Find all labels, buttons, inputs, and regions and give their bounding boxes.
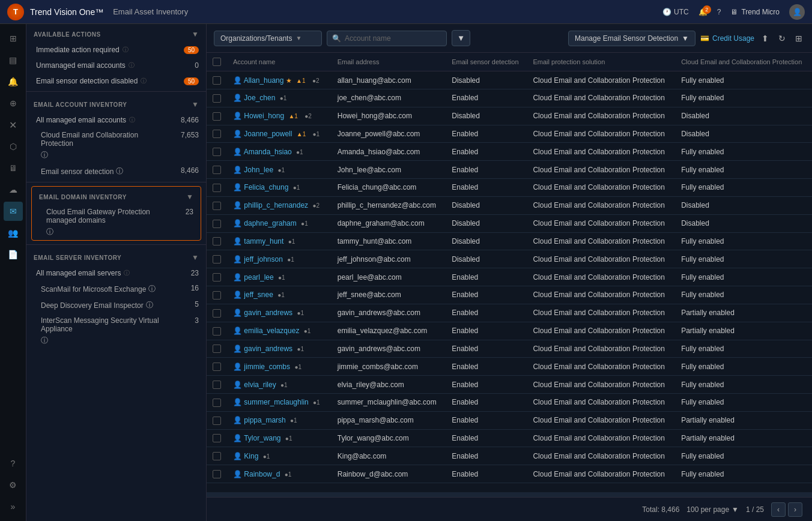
- refresh-icon[interactable]: ↻: [776, 31, 788, 46]
- row-checkbox[interactable]: [207, 232, 227, 250]
- nav-search-icon[interactable]: ⊕: [4, 94, 23, 113]
- account-name-link[interactable]: daphne_graham: [244, 219, 296, 227]
- row-checkbox[interactable]: [207, 71, 227, 89]
- email-domain-collapse-icon[interactable]: ▼: [186, 193, 193, 201]
- account-name-link[interactable]: Joanne_powell: [244, 130, 292, 138]
- account-name-link[interactable]: pippa_marsh: [244, 416, 285, 424]
- row-checkbox[interactable]: [207, 125, 227, 143]
- row-checkbox[interactable]: [207, 286, 227, 304]
- row-checkbox[interactable]: [207, 304, 227, 322]
- sidebar-item-immediate[interactable]: Immediate action required ⓘ 50: [26, 42, 206, 58]
- account-name-link[interactable]: phillip_c_hernandez: [244, 201, 308, 209]
- sidebar-item-sensor-detection[interactable]: Email sensor detection ⓘ 8,466: [26, 163, 206, 179]
- protection-solution-header[interactable]: Email protection solution: [527, 53, 675, 71]
- select-all-header[interactable]: [207, 53, 227, 71]
- account-name-link[interactable]: gavin_andrews: [244, 345, 292, 353]
- row-checkbox[interactable]: [207, 143, 227, 161]
- sidebar-item-unmanaged[interactable]: Unmanaged email accounts ⓘ 0: [26, 58, 206, 73]
- row-checkbox[interactable]: [207, 89, 227, 107]
- sidebar-item-gateway[interactable]: Cloud Email Gateway Protection managed d…: [32, 205, 201, 240]
- account-name-link[interactable]: Amanda_hsiao: [244, 148, 292, 156]
- manage-email-sensor-button[interactable]: Manage Email Sensor Detection ▼: [568, 31, 695, 46]
- row-checkbox[interactable]: [207, 179, 227, 197]
- next-page-button[interactable]: ›: [788, 502, 802, 517]
- sidebar-item-sensor-disabled[interactable]: Email sensor detection disabled ⓘ 50: [26, 73, 206, 89]
- nav-network-icon[interactable]: ⬡: [4, 137, 23, 156]
- row-checkbox[interactable]: [207, 322, 227, 340]
- cloud-protection-header[interactable]: Cloud Email and Collaboration Protection: [675, 53, 812, 71]
- utc-widget[interactable]: 🕐 UTC: [662, 8, 689, 16]
- account-name-link[interactable]: pearl_lee: [244, 273, 273, 282]
- notifications-bell[interactable]: 🔔 2: [698, 8, 707, 16]
- account-name-link[interactable]: Howei_hong: [244, 112, 284, 120]
- nav-home-icon[interactable]: ⊞: [4, 29, 23, 48]
- email-server-collapse-icon[interactable]: ▼: [192, 253, 199, 262]
- credit-usage-button[interactable]: 💳 Credit Usage: [700, 34, 754, 43]
- row-checkbox[interactable]: [207, 250, 227, 268]
- row-checkbox[interactable]: [207, 107, 227, 125]
- section-collapse-icon[interactable]: ▼: [192, 30, 199, 38]
- account-name-link[interactable]: Rainbow_d: [244, 470, 280, 478]
- account-search-box[interactable]: 🔍: [327, 31, 447, 46]
- nav-reports-icon[interactable]: 📄: [4, 245, 23, 264]
- sidebar-item-interscan[interactable]: InterScan Messaging Security Virtual App…: [26, 313, 206, 349]
- account-name-link[interactable]: King: [244, 452, 258, 460]
- nav-identity-icon[interactable]: 👥: [4, 223, 23, 242]
- account-name-link[interactable]: jimmie_combs: [244, 363, 290, 371]
- account-name-link[interactable]: gavin_andrews: [244, 309, 292, 317]
- sidebar-item-deep-discovery[interactable]: Deep Discovery Email Inspector ⓘ 5: [26, 297, 206, 313]
- org-tenants-filter[interactable]: Organizations/Tenants ▼: [214, 31, 322, 46]
- nav-help-icon[interactable]: ?: [4, 454, 23, 473]
- user-avatar[interactable]: 👤: [789, 4, 805, 20]
- row-checkbox[interactable]: [207, 394, 227, 412]
- row-checkbox[interactable]: [207, 376, 227, 394]
- nav-email-icon[interactable]: ✉: [4, 202, 23, 221]
- row-checkbox[interactable]: [207, 196, 227, 214]
- nav-settings-icon[interactable]: ⚙: [4, 475, 23, 495]
- row-checkbox[interactable]: [207, 340, 227, 358]
- sidebar-item-all-servers[interactable]: All managed email servers ⓘ 23: [26, 265, 206, 281]
- row-checkbox[interactable]: [207, 214, 227, 232]
- filter-button[interactable]: ▼: [452, 30, 470, 46]
- prev-page-button[interactable]: ‹: [771, 502, 786, 517]
- row-checkbox[interactable]: [207, 411, 227, 429]
- sensor-disabled-count: 50: [184, 77, 199, 85]
- row-account-name: 👤 Joanne_powell ▲1 ●1: [227, 125, 332, 143]
- sensor-detection-header[interactable]: Email sensor detection: [446, 53, 527, 71]
- per-page-selector[interactable]: 100 per page ▼: [686, 505, 739, 514]
- account-name-header[interactable]: Account name: [227, 53, 332, 71]
- row-checkbox[interactable]: [207, 447, 227, 465]
- email-address-header[interactable]: Email address: [332, 53, 446, 71]
- row-checkbox[interactable]: [207, 358, 227, 376]
- sidebar-item-all-managed[interactable]: All managed email accounts ⓘ 8,466: [26, 112, 206, 128]
- columns-icon[interactable]: ⊞: [793, 31, 805, 46]
- account-name-link[interactable]: jeff_snee: [244, 291, 273, 299]
- help-icon[interactable]: ?: [717, 8, 721, 16]
- account-name-link[interactable]: John_lee: [244, 166, 273, 174]
- row-checkbox[interactable]: [207, 465, 227, 483]
- row-checkbox[interactable]: [207, 429, 227, 447]
- account-name-link[interactable]: tammy_hunt: [244, 237, 283, 245]
- nav-dashboard-icon[interactable]: ▤: [4, 50, 23, 70]
- table-scrollbar[interactable]: [207, 492, 812, 497]
- export-icon[interactable]: ⬆: [759, 31, 771, 46]
- nav-endpoint-icon[interactable]: 🖥: [4, 158, 23, 178]
- nav-expand-icon[interactable]: »: [4, 497, 23, 516]
- account-name-link[interactable]: emilia_velazquez: [244, 327, 299, 335]
- account-name-link[interactable]: Tylor_wang: [244, 434, 280, 442]
- account-name-link[interactable]: elvia_riley: [244, 381, 276, 389]
- account-name-link[interactable]: summer_mclaughlin: [244, 398, 308, 406]
- row-checkbox[interactable]: [207, 161, 227, 179]
- account-name-link[interactable]: Allan_huang: [244, 76, 284, 85]
- sidebar-item-scanmail[interactable]: ScanMail for Microsoft Exchange ⓘ 16: [26, 281, 206, 297]
- search-input[interactable]: [345, 34, 441, 43]
- nav-cross-icon[interactable]: ✕: [4, 115, 23, 134]
- nav-alerts-icon[interactable]: 🔔: [4, 72, 23, 91]
- account-name-link[interactable]: jeff_johnson: [244, 255, 283, 264]
- row-checkbox[interactable]: [207, 268, 227, 286]
- email-account-collapse-icon[interactable]: ▼: [192, 100, 199, 109]
- account-name-link[interactable]: Joe_chen: [244, 94, 275, 102]
- sidebar-item-cloud-email[interactable]: Cloud Email and Collaboration Protection…: [26, 128, 206, 163]
- nav-cloud-icon[interactable]: ☁: [4, 180, 23, 199]
- account-name-link[interactable]: Felicia_chung: [244, 183, 288, 191]
